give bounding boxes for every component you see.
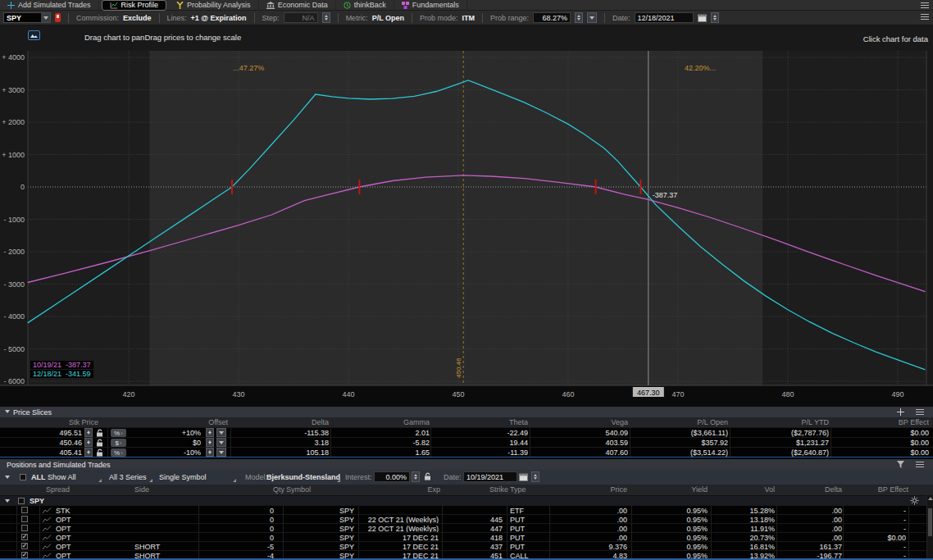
risk-profile-chart-panel: + 4000+ 3000+ 2000+ 10000- 1000- 2000- 3… (0, 25, 933, 407)
price-stepper[interactable] (84, 448, 93, 457)
positions-menu-icon[interactable] (915, 461, 925, 468)
select-all-checkbox[interactable] (20, 474, 26, 480)
interest-stepper[interactable] (412, 471, 420, 482)
series-dropdown[interactable]: All 3 Series (109, 473, 147, 481)
offset-stepper[interactable] (206, 448, 214, 457)
price-slice-row[interactable]: 450.46$$03.18-5.8219.44403.59$357.92$1,2… (0, 437, 933, 447)
position-row[interactable]: OPT0SPY22 OCT 21 (Weeklys)447PUT.000.95%… (0, 523, 933, 532)
offset-stepper[interactable] (206, 438, 214, 447)
interest-input[interactable]: 0.00% (374, 471, 410, 482)
collapse-chevron-icon[interactable] (5, 499, 10, 503)
divider (68, 13, 69, 23)
position-row[interactable]: ✓OPT0SPY17 DEC 21418PUT.000.95%20.73%.00… (0, 532, 933, 541)
positions-date-input[interactable]: 10/19/2021 (463, 471, 517, 482)
symbol-mode-dropdown[interactable]: Single Symbol (159, 473, 207, 481)
tab-label: Probability Analysis (187, 1, 251, 9)
commission-value[interactable]: Exclude (123, 14, 152, 22)
prob-mode-value[interactable]: ITM (462, 14, 476, 22)
offset-dropdown-icon[interactable] (216, 428, 226, 437)
price-slice-row[interactable]: 495.51%+10%-115.382.01-22.49540.09($3,66… (0, 427, 933, 437)
offset-value: -10% (139, 448, 201, 457)
column-header-stk-price: Stk Price (8, 418, 98, 426)
chevron-down-icon[interactable] (41, 13, 50, 22)
toolbar-menu-icon[interactable] (920, 13, 930, 20)
collapse-chevron-icon[interactable] (5, 410, 10, 413)
symbol-group-row[interactable]: SPY (0, 495, 933, 505)
position-row[interactable]: OPT0SPY22 OCT 21 (Weeklys)445PUT.000.95%… (0, 514, 933, 523)
bp-effect-value: $0.00 (836, 429, 929, 437)
tab-risk-profile[interactable]: Risk Profile (102, 0, 167, 11)
positions-header[interactable]: Positions and Simulated Trades (0, 459, 933, 470)
tab-probability-analysis[interactable]: Probability Analysis (169, 0, 259, 11)
svg-text:42.20%...: 42.20%... (685, 64, 716, 72)
add-slice-icon[interactable] (895, 408, 905, 416)
prob-range-input[interactable]: 68.27% (533, 12, 571, 23)
date-input[interactable]: 12/18/2021 (635, 12, 694, 23)
sparkline-icon[interactable] (43, 517, 52, 523)
chart-mode-icon[interactable] (28, 30, 40, 40)
pl-ytd-value: ($2,787.76) (738, 429, 829, 437)
sparkline-icon[interactable] (43, 508, 52, 514)
price-slices-title: Price Slices (13, 408, 52, 417)
tab-fundamentals[interactable]: Fundamentals (394, 0, 467, 11)
row-checkbox[interactable] (21, 525, 28, 531)
prob-range-stepper[interactable] (575, 12, 583, 23)
commission-label: Commission: (76, 14, 119, 22)
filter-funnel-icon[interactable] (895, 461, 905, 468)
step-input[interactable]: N/A (284, 12, 318, 23)
alert-icon[interactable] (55, 13, 61, 22)
chart-data-hint[interactable]: Click chart for data (863, 34, 928, 43)
price-slice-row[interactable]: 405.41%-10%105.181.65-11.39407.60($3,514… (0, 447, 933, 457)
price-slices-menu-icon[interactable] (915, 408, 925, 416)
scroll-up-icon[interactable] (928, 497, 933, 500)
offset-unit-badge[interactable]: % (111, 448, 126, 457)
tab-add-simulated-trades[interactable]: Add Simulated Trades (0, 0, 99, 11)
price-slices-header[interactable]: Price Slices (0, 407, 933, 417)
sparkline-icon[interactable] (43, 535, 52, 541)
offset-dropdown-icon[interactable] (216, 448, 226, 457)
prob-range-dropdown-icon[interactable] (587, 12, 597, 23)
collapse-chevron-icon[interactable] (5, 476, 10, 479)
date-stepper[interactable] (711, 12, 719, 23)
row-checkbox-checked[interactable]: ✓ (21, 552, 28, 558)
group-checkbox[interactable] (18, 498, 25, 504)
tab-thinkback[interactable]: thinkBack (336, 0, 394, 11)
lock-icon[interactable] (96, 448, 103, 457)
tab-economic-data[interactable]: Economic Data (259, 0, 336, 11)
symbol-combo[interactable]: SPY (3, 12, 51, 23)
vega-value: 540.09 (541, 429, 628, 437)
price-stepper[interactable] (84, 438, 93, 447)
divider (482, 13, 483, 23)
model-dropdown[interactable]: Bjerksund-Stensland (266, 473, 340, 481)
scrollbar-thumb[interactable] (928, 508, 932, 536)
sparkline-icon[interactable] (43, 544, 52, 550)
sparkline-icon[interactable] (43, 526, 52, 532)
svg-text:490: 490 (891, 390, 903, 398)
risk-profile-chart[interactable]: + 4000+ 3000+ 2000+ 10000- 1000- 2000- 3… (0, 25, 933, 407)
row-checkbox-checked[interactable]: ✓ (21, 534, 28, 540)
row-checkbox[interactable] (21, 516, 28, 522)
positions-date-stepper[interactable] (531, 471, 539, 482)
position-row[interactable]: STK0SPYETF.000.95%15.28%.00- (0, 505, 933, 514)
offset-unit-badge[interactable]: $ (111, 439, 126, 447)
offset-stepper[interactable] (206, 428, 214, 437)
row-checkbox[interactable] (21, 507, 28, 513)
step-stepper[interactable] (322, 12, 330, 23)
lock-icon[interactable] (96, 429, 103, 437)
calendar-icon[interactable] (519, 472, 528, 481)
metric-value[interactable]: P/L Open (372, 14, 404, 22)
show-all-dropdown[interactable]: Show All (48, 473, 76, 481)
offset-dropdown-icon[interactable] (216, 438, 226, 447)
price-stepper[interactable] (84, 428, 93, 437)
positions-scrollbar[interactable] (926, 495, 933, 560)
position-row[interactable]: ✓OPTSHORT-5SPY17 DEC 21437PUT9.3760.95%1… (0, 541, 933, 550)
lines-value[interactable]: +1 @ Expiration (191, 14, 247, 22)
gear-icon[interactable] (910, 496, 919, 505)
row-checkbox-checked[interactable]: ✓ (21, 543, 28, 549)
tab-label: Economic Data (278, 1, 328, 9)
tabbar-menu-icon[interactable] (920, 2, 930, 9)
calendar-icon[interactable] (698, 13, 707, 22)
offset-unit-badge[interactable]: % (111, 429, 126, 437)
lock-icon[interactable] (424, 472, 431, 480)
lock-icon[interactable] (96, 439, 103, 447)
